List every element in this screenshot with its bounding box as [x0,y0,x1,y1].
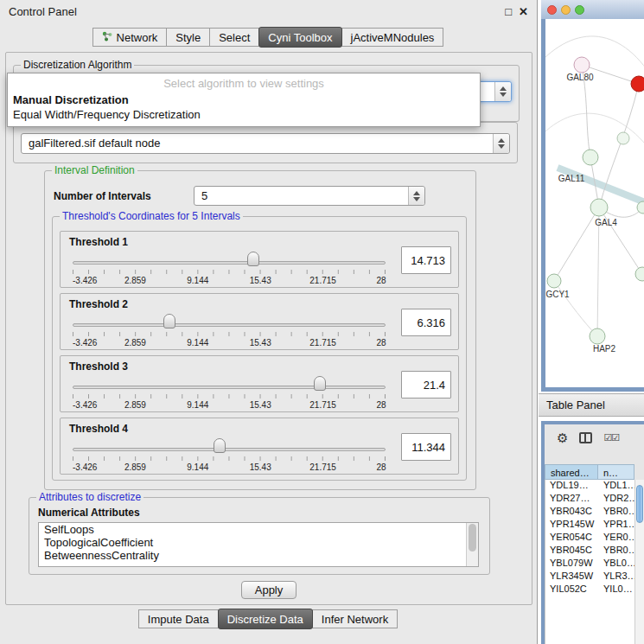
cell[interactable]: YBR0… [599,506,634,519]
threshold-value-field[interactable] [401,371,451,399]
scale-label: 15.43 [250,400,271,410]
table-row[interactable]: YIL052CYIL0… [545,583,634,596]
network-node[interactable] [635,267,644,281]
tab-discretize-data[interactable]: Discretize Data [218,609,313,629]
table-row[interactable]: YDL19…YDL1… [545,480,634,493]
slider-track[interactable] [73,448,386,451]
slider-track[interactable] [73,323,386,327]
tab-network[interactable]: Network [92,28,168,47]
table-row[interactable]: YBR043CYBR0… [545,506,634,519]
select-columns-checkboxes-icon[interactable]: ☑☑ [603,432,619,443]
zoom-traffic-light-icon[interactable] [575,5,584,15]
dropdown-option-equal-width-frequency[interactable]: Equal Width/Frequency Discretization [8,107,480,122]
cell[interactable]: YDR2… [599,493,634,506]
table-row[interactable]: YDR27…YDR2… [545,493,634,506]
list-item[interactable]: BetweennessCentrality [39,549,478,562]
cell[interactable]: YDL1… [599,480,634,493]
tab-jactivemnodules[interactable]: jActiveMNodules [341,28,444,47]
combo-stepper-icon[interactable] [493,134,509,153]
close-window-icon[interactable]: ✕ [519,6,528,17]
minimize-traffic-light-icon[interactable] [561,5,571,15]
table-row[interactable]: YBR045CYBR0… [545,545,634,558]
table-row[interactable]: YBL079WYBL0… [545,558,634,571]
list-scrollbar[interactable] [466,523,478,566]
network-node[interactable] [590,199,608,216]
slider-thumb[interactable] [247,252,259,266]
cell[interactable]: YER0… [599,532,634,545]
cell[interactable]: YER054C [545,532,599,545]
cell[interactable]: YIL0… [599,583,634,596]
cell[interactable]: YIL052C [545,583,599,596]
tab-label: Select [219,31,250,44]
slider-thumb[interactable] [163,314,175,328]
network-node[interactable] [617,132,629,144]
tab-infer-network[interactable]: Infer Network [312,609,398,628]
table-row[interactable]: YER054CYER0… [545,532,634,545]
cell[interactable]: YBR043C [545,506,599,519]
network-node[interactable] [574,57,590,73]
cell[interactable]: YPR1… [599,519,634,532]
cell[interactable]: YDR27… [545,493,599,506]
network-node[interactable] [583,150,598,165]
table-row[interactable]: YLR345WYLR3… [545,571,634,583]
table-panel-header[interactable]: Table Panel [539,393,644,417]
column-header-name[interactable]: n… [598,464,634,480]
slider-thumb[interactable] [214,438,226,453]
slider-track[interactable] [73,386,386,389]
number-of-intervals-label: Number of Intervals [54,190,151,202]
network-icon [102,31,112,44]
cell[interactable]: YBR045C [545,545,599,558]
scale-label: -3.426 [73,400,97,410]
tab-impute-data[interactable]: Impute Data [138,609,219,628]
dropdown-option-manual-discretization[interactable]: Manual Discretization [8,92,480,107]
cell[interactable]: YBL0… [599,558,634,571]
network-window-titlebar[interactable] [541,0,644,19]
network-node-label: GAL80 [566,73,594,82]
tab-style[interactable]: Style [166,28,210,47]
network-node[interactable] [590,328,605,344]
bottom-tab-bar: Impute Data Discretize Data Infer Networ… [0,608,537,630]
network-canvas[interactable]: GAL80GAL11GAL4GCY1HAP2 [545,19,644,387]
network-edge[interactable] [554,207,599,281]
number-of-intervals-combobox[interactable]: 5 [194,186,425,206]
cell[interactable]: YDL19… [545,480,599,493]
combo-stepper-icon[interactable] [408,187,424,205]
table-scrollbar[interactable] [634,480,644,644]
network-node[interactable] [547,274,561,288]
cell[interactable]: YLR3… [599,571,634,583]
list-item[interactable]: SelfLoops [39,523,478,536]
close-traffic-light-icon[interactable] [547,5,557,15]
float-window-icon[interactable]: □ [505,6,512,17]
column-header-shared-name[interactable]: shared… [545,464,598,480]
threshold-slider[interactable]: -3.4262.8599.14415.4321.71528 [73,363,386,411]
tab-select[interactable]: Select [209,28,259,47]
network-node[interactable] [631,76,644,92]
cell[interactable]: YBR0… [599,545,634,558]
combo-stepper-icon[interactable] [494,82,511,101]
threshold-value-field[interactable] [401,433,451,461]
slider-scale: -3.4262.8599.14415.4321.71528 [73,338,386,348]
network-edge[interactable] [545,36,644,80]
apply-button[interactable]: Apply [241,581,296,599]
threshold-slider[interactable]: -3.4262.8599.14415.4321.71528 [73,301,386,349]
table-row[interactable]: YPR145WYPR1… [545,519,634,532]
threshold-value-field[interactable] [401,246,451,274]
control-panel-titlebar[interactable]: Control Panel □ ✕ [0,0,537,22]
cell[interactable]: YPR145W [545,519,599,532]
columns-icon[interactable] [579,432,592,443]
slider-track[interactable] [73,261,386,265]
scrollbar-thumb[interactable] [636,485,643,523]
cell[interactable]: YBL079W [545,558,599,571]
threshold-slider[interactable]: -3.4262.8599.14415.4321.71528 [73,239,386,287]
scale-label: 21.715 [309,338,336,348]
table-data-combobox[interactable]: galFiltered.sif default node [21,133,510,154]
cell[interactable]: YLR345W [545,571,599,583]
threshold-slider[interactable]: -3.4262.8599.14415.4321.71528 [73,425,386,474]
attributes-listbox[interactable]: SelfLoops TopologicalCoefficient Between… [38,522,479,567]
scrollbar-thumb[interactable] [469,524,476,552]
tab-cyni-toolbox[interactable]: Cyni Toolbox [258,27,341,48]
threshold-value-field[interactable] [401,309,451,336]
gear-icon[interactable]: ⚙ [557,431,568,444]
list-item[interactable]: TopologicalCoefficient [39,536,478,549]
slider-thumb[interactable] [314,376,326,391]
